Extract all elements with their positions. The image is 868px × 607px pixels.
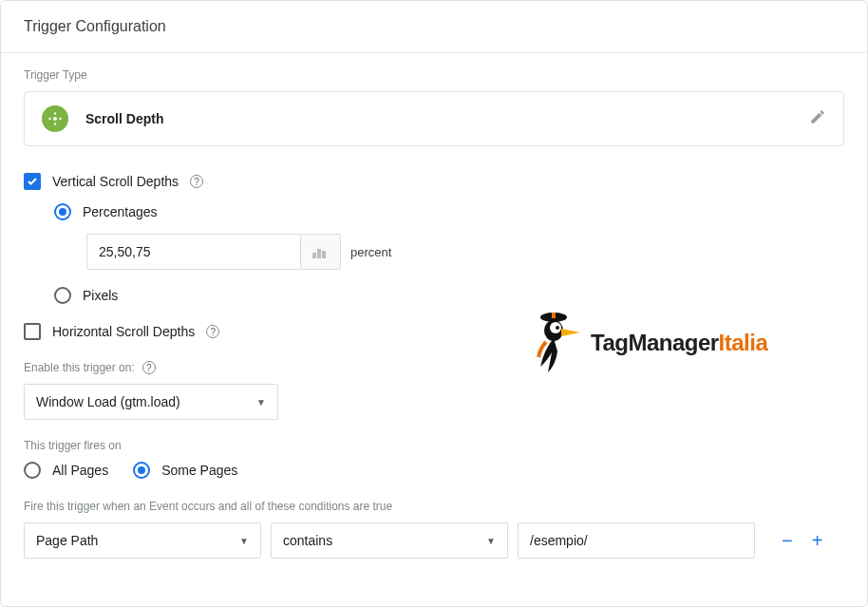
fires-on-row: All Pages Some Pages [24,462,844,479]
remove-condition-button[interactable]: − [782,530,793,552]
svg-rect-6 [317,249,321,258]
all-pages-label: All Pages [52,463,108,478]
pixels-radio[interactable] [54,287,71,304]
add-condition-button[interactable]: + [812,530,823,552]
svg-point-1 [54,112,56,114]
percentages-row[interactable]: Percentages [54,203,844,220]
trigger-type-name: Scroll Depth [85,111,792,126]
svg-point-2 [54,123,56,124]
enable-on-select[interactable]: Window Load (gtm.load) ▼ [24,384,278,420]
condition-operator-value: contains [283,533,332,548]
page-title: Trigger Configuration [1,1,867,53]
chevron-down-icon: ▼ [256,397,266,408]
vertical-scroll-checkbox[interactable] [24,173,41,190]
all-pages-radio[interactable] [24,462,41,479]
percentages-input[interactable]: 25,50,75 [86,234,301,270]
some-pages-radio[interactable] [133,462,150,479]
horizontal-scroll-checkbox[interactable] [24,323,41,340]
fires-on-label: This trigger fires on [24,439,844,452]
svg-point-0 [53,117,57,121]
percentages-label: Percentages [83,204,158,219]
edit-icon[interactable] [809,108,826,129]
percent-unit: percent [350,245,391,259]
svg-point-4 [59,118,61,120]
trigger-config-panel: Trigger Configuration Trigger Type Scrol… [0,0,868,607]
enable-on-value: Window Load (gtm.load) [36,394,180,409]
condition-value-input[interactable]: /esempio/ [518,522,755,559]
help-icon[interactable]: ? [206,325,219,338]
panel-content: Trigger Type Scroll Depth Vertical Scrol… [1,53,867,606]
svg-rect-7 [322,251,326,258]
percentages-radio[interactable] [54,203,71,220]
trigger-type-row[interactable]: Scroll Depth [24,91,844,146]
svg-point-12 [556,326,559,330]
chevron-down-icon: ▼ [239,536,249,546]
variable-picker-icon[interactable] [301,234,341,270]
condition-row: Page Path ▼ contains ▼ /esempio/ − + [24,522,844,559]
condition-variable-select[interactable]: Page Path ▼ [24,522,261,559]
logo-brand: TagManager [591,330,719,355]
woodpecker-icon [533,310,585,376]
some-pages-label: Some Pages [161,463,237,478]
vertical-mode-group: Percentages 25,50,75 percent Pixels [54,203,844,304]
tagmanageritalia-logo: TagManagerItalia [533,310,767,376]
scroll-depth-icon [42,105,68,132]
all-pages-option[interactable]: All Pages [24,462,108,479]
logo-text: TagManagerItalia [591,330,767,356]
pixels-label: Pixels [83,288,118,303]
svg-rect-5 [312,253,316,258]
condition-actions: − + [782,530,822,552]
conditions-label: Fire this trigger when an Event occurs a… [24,500,844,513]
svg-marker-13 [561,329,580,336]
logo-suffix: Italia [719,330,768,355]
trigger-type-label: Trigger Type [24,68,844,82]
chevron-down-icon: ▼ [486,536,496,546]
svg-point-3 [48,118,50,120]
enable-on-label: Enable this trigger on: [24,361,135,374]
horizontal-scroll-label: Horizontal Scroll Depths [52,324,195,339]
pixels-row[interactable]: Pixels [54,287,844,304]
help-icon[interactable]: ? [190,175,203,188]
some-pages-option[interactable]: Some Pages [133,462,237,479]
condition-operator-select[interactable]: contains ▼ [271,522,508,559]
help-icon[interactable]: ? [142,361,156,374]
percentages-input-row: 25,50,75 percent [86,234,844,270]
vertical-scroll-label: Vertical Scroll Depths [52,174,179,189]
condition-variable-value: Page Path [36,533,98,548]
vertical-scroll-row: Vertical Scroll Depths ? [24,173,844,190]
svg-rect-9 [552,313,556,318]
